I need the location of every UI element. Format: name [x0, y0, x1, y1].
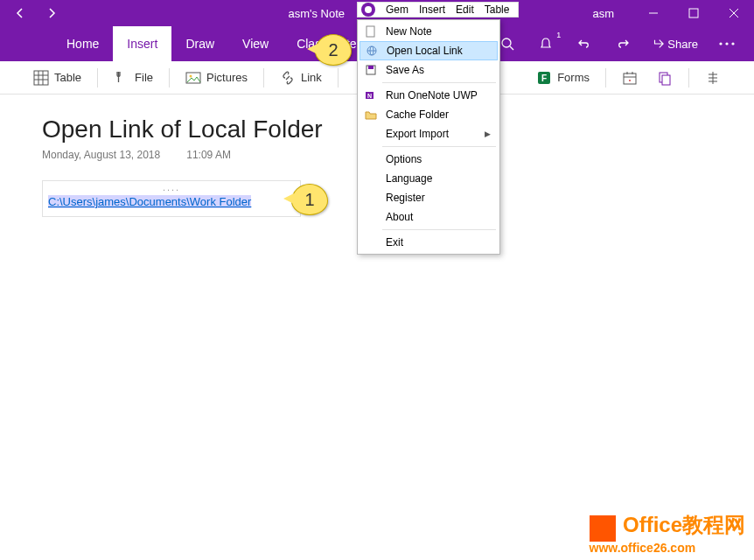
menu-about-label: About — [386, 211, 413, 223]
menu-separator — [382, 146, 496, 147]
pictures-button[interactable]: Pictures — [177, 66, 256, 89]
menu-exit-label: Exit — [386, 236, 403, 248]
menu-separator — [382, 82, 496, 83]
notifications-button[interactable]: 1 — [529, 31, 562, 57]
svg-point-6 — [719, 42, 722, 45]
svg-point-15 — [190, 74, 192, 77]
blank-icon — [363, 234, 379, 250]
file-label: File — [135, 71, 153, 84]
menu-new-note-label: New Note — [386, 25, 432, 38]
user-name[interactable]: asm — [573, 7, 633, 20]
svg-rect-19 — [624, 74, 636, 84]
menu-run-onenote-uwp-label: Run OneNote UWP — [386, 89, 478, 102]
menu-about[interactable]: About — [360, 207, 498, 227]
table-label: Table — [54, 71, 81, 84]
svg-rect-9 — [34, 71, 48, 85]
tab-view[interactable]: View — [228, 26, 283, 61]
share-button[interactable]: Share — [645, 38, 705, 51]
back-button[interactable] — [12, 5, 28, 21]
svg-rect-31 — [367, 26, 374, 37]
svg-point-8 — [731, 42, 734, 45]
page-date: Monday, August 13, 2018 — [42, 149, 160, 161]
menu-exit[interactable]: Exit — [360, 233, 498, 252]
svg-text:N: N — [367, 93, 372, 99]
svg-text:F: F — [541, 74, 547, 83]
blank-icon — [363, 126, 379, 142]
menu-language-label: Language — [386, 172, 432, 185]
link-button[interactable]: Link — [271, 66, 331, 89]
menu-export-import-label: Export Import — [386, 128, 449, 140]
forms-label: Forms — [557, 71, 590, 84]
menu-separator — [382, 229, 496, 230]
file-button[interactable]: File — [105, 66, 162, 89]
gem-dropdown: New Note Open Local Link Save As N Run O… — [357, 19, 500, 255]
local-folder-link[interactable]: C:\Users\james\Documents\Work Folder — [48, 195, 251, 208]
table-button[interactable]: Table — [24, 66, 90, 89]
close-button[interactable] — [714, 0, 754, 26]
watermark: Office教程网 www.office26.com — [590, 514, 745, 555]
svg-point-30 — [365, 6, 372, 13]
separator — [605, 68, 606, 88]
folder-icon — [363, 107, 379, 122]
svg-point-23 — [629, 80, 631, 81]
onenote-icon: N — [363, 88, 379, 103]
callout-2: 2 — [315, 34, 352, 66]
link-label: Link — [301, 71, 322, 84]
equation-button[interactable] — [696, 66, 730, 89]
svg-rect-25 — [662, 75, 670, 85]
menu-register[interactable]: Register — [360, 188, 498, 207]
submenu-arrow-icon: ▶ — [485, 130, 491, 138]
watermark-url: www.office26.com — [590, 542, 745, 555]
meeting-button[interactable] — [613, 66, 646, 89]
share-label: Share — [667, 38, 698, 51]
separator — [97, 68, 98, 88]
note-container[interactable]: .... C:\Users\james\Documents\Work Folde… — [42, 180, 301, 217]
maximize-button[interactable] — [674, 0, 714, 26]
menu-new-note[interactable]: New Note — [360, 22, 498, 41]
watermark-title: Office教程网 — [623, 513, 745, 536]
svg-rect-1 — [689, 9, 698, 18]
menu-export-import[interactable]: Export Import ▶ — [360, 124, 498, 144]
tab-insert[interactable]: Insert — [113, 26, 171, 61]
gem-orb-icon[interactable] — [361, 3, 375, 17]
svg-point-4 — [502, 38, 511, 47]
gem-edit-menu[interactable]: Edit — [450, 4, 479, 16]
menu-register-label: Register — [386, 192, 425, 204]
forms-button[interactable]: F Forms — [527, 66, 598, 89]
more-button[interactable] — [710, 31, 744, 57]
tab-draw[interactable]: Draw — [171, 26, 228, 61]
menu-language[interactable]: Language — [360, 169, 498, 188]
globe-icon — [364, 43, 380, 59]
undo-button[interactable] — [568, 31, 601, 57]
page-time: 11:09 AM — [186, 149, 231, 161]
separator — [688, 68, 689, 88]
menu-options-label: Options — [386, 153, 422, 165]
gem-table-menu[interactable]: Table — [479, 4, 515, 16]
separator — [263, 68, 264, 88]
blank-icon — [363, 190, 379, 206]
note-drag-handle[interactable]: .... — [43, 181, 300, 193]
svg-rect-36 — [368, 66, 374, 69]
callout-1: 1 — [291, 184, 328, 215]
gem-menu[interactable]: Gem — [380, 4, 414, 16]
menu-cache-folder[interactable]: Cache Folder — [360, 105, 498, 124]
blank-icon — [363, 171, 379, 186]
forward-button[interactable] — [44, 5, 59, 21]
blank-icon — [363, 209, 379, 225]
tab-home[interactable]: Home — [52, 26, 113, 61]
menu-save-as-label: Save As — [386, 64, 424, 76]
gem-insert-menu[interactable]: Insert — [414, 4, 450, 16]
blank-icon — [363, 151, 379, 167]
pictures-label: Pictures — [206, 71, 248, 84]
separator — [169, 68, 170, 88]
minimize-button[interactable] — [633, 0, 674, 26]
menu-options[interactable]: Options — [360, 150, 498, 169]
menu-save-as[interactable]: Save As — [360, 60, 498, 80]
menu-cache-folder-label: Cache Folder — [386, 108, 449, 121]
new-note-icon — [363, 24, 379, 39]
redo-button[interactable] — [606, 31, 639, 57]
svg-point-7 — [725, 42, 728, 45]
menu-open-local-link[interactable]: Open Local Link — [360, 41, 498, 60]
menu-run-onenote-uwp[interactable]: N Run OneNote UWP — [360, 86, 498, 105]
copy-button[interactable] — [648, 66, 681, 89]
